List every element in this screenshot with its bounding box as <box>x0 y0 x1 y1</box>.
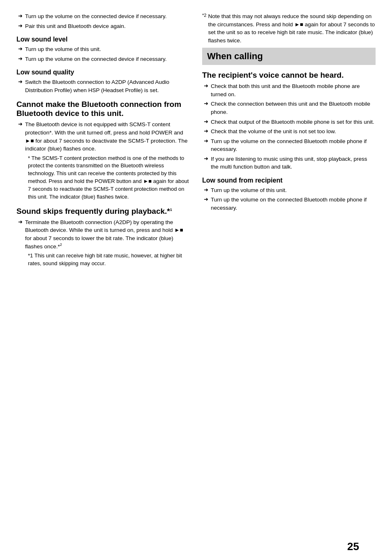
list-item: ➜ The Bluetooth device is not equipped w… <box>16 120 190 153</box>
arrow-icon: ➜ <box>204 83 208 89</box>
recipient-voice-section: The recipient's voice cannot be heard. ➜… <box>202 71 376 171</box>
list-item: ➜ Turn up the volume on the connected Bl… <box>202 137 376 153</box>
sub-note-1: *1 This unit can receive high bit rate m… <box>16 252 190 268</box>
bullet-text: Turn up the volume of this unit. <box>25 45 190 53</box>
page-wrapper: ➜ Turn up the volume on the connected de… <box>16 12 376 553</box>
low-sound-quality-section: Low sound quality ➜ Switch the Bluetooth… <box>16 69 190 94</box>
bullet-text: Check that the volume of the unit is not… <box>211 127 376 136</box>
list-item: ➜ Turn up the volume on the connected Bl… <box>202 196 376 212</box>
arrow-icon: ➜ <box>18 23 23 29</box>
bullet-text: Turn up the volume on the connected Blue… <box>211 137 376 153</box>
sound-skips-heading: Sound skips frequently during playback.*… <box>16 207 190 216</box>
intro-bullets: ➜ Turn up the volume on the connected de… <box>16 12 190 30</box>
left-column: ➜ Turn up the volume on the connected de… <box>16 12 190 269</box>
bullet-text: Turn up the volume on the connected devi… <box>25 55 190 63</box>
note2-label: *2 <box>202 13 206 18</box>
bullet-text: Turn up the volume on the connected devi… <box>25 12 190 21</box>
sub-note-star: * The SCMS-T content protection method i… <box>16 155 190 201</box>
arrow-icon: ➜ <box>204 100 208 106</box>
list-item: ➜ Turn up the volume of this unit. <box>16 45 190 53</box>
list-item: ➜ Check the connection between this unit… <box>202 100 376 116</box>
arrow-icon: ➜ <box>204 118 208 125</box>
arrow-icon: ➜ <box>18 219 23 225</box>
bullet-text: Turn up the volume on the connected Blue… <box>211 196 376 212</box>
arrow-icon: ➜ <box>18 46 23 52</box>
bullet-text: Turn up the volume of this unit. <box>211 186 376 194</box>
list-item: ➜ Turn up the volume of this unit. <box>202 186 376 194</box>
list-item: ➜ Check that the volume of the unit is n… <box>202 127 376 136</box>
bullet-text: Terminate the Bluetooth connection (A2DP… <box>25 218 190 251</box>
note1-text: This unit can receive high bit rate musi… <box>28 252 182 266</box>
low-sound-level-section: Low sound level ➜ Turn up the volume of … <box>16 36 190 63</box>
page-number: 25 <box>347 540 359 553</box>
low-sound-recipient-section: Low sound from recipient ➜ Turn up the v… <box>202 177 376 212</box>
cannot-make-section: Cannot make the Bluetooth connection fro… <box>16 100 190 201</box>
recipient-voice-heading: The recipient's voice cannot be heard. <box>202 71 376 80</box>
arrow-icon: ➜ <box>18 79 23 85</box>
arrow-icon: ➜ <box>204 155 208 162</box>
arrow-icon: ➜ <box>204 196 208 202</box>
arrow-icon: ➜ <box>18 121 23 127</box>
list-item: ➜ Terminate the Bluetooth connection (A2… <box>16 218 190 251</box>
list-item: ➜ Turn up the volume on the connected de… <box>16 55 190 63</box>
note1-label: *1 <box>28 252 33 259</box>
when-calling-title: When calling <box>207 51 263 61</box>
bullet-text: Check the connection between this unit a… <box>211 100 376 116</box>
bullet-text: Check that output of the Bluetooth mobil… <box>211 118 376 126</box>
bullet-text: Pair this unit and Bluetooth device agai… <box>25 22 190 30</box>
bullet-text: The Bluetooth device is not equipped wit… <box>25 120 190 153</box>
sound-skips-section: Sound skips frequently during playback.*… <box>16 207 190 268</box>
list-item: ➜ Check that both this unit and the Blue… <box>202 82 376 98</box>
list-item: ➜ Switch the Bluetooth connection to A2D… <box>16 78 190 94</box>
low-sound-quality-heading: Low sound quality <box>16 69 190 76</box>
arrow-icon: ➜ <box>204 187 208 193</box>
list-item: ➜ Pair this unit and Bluetooth device ag… <box>16 22 190 30</box>
arrow-icon: ➜ <box>18 56 23 62</box>
sub-note-text: The SCMS-T content protection method is … <box>28 155 189 200</box>
cannot-make-heading: Cannot make the Bluetooth connection fro… <box>16 100 190 118</box>
arrow-icon: ➜ <box>204 138 208 144</box>
list-item: ➜ If you are listening to music using th… <box>202 155 376 171</box>
note2-ref: *2 Note that this may not always reduce … <box>202 12 376 44</box>
low-sound-level-heading: Low sound level <box>16 36 190 43</box>
bullet-text: Check that both this unit and the Blueto… <box>211 82 376 98</box>
right-column: *2 Note that this may not always reduce … <box>202 12 376 269</box>
low-sound-recipient-heading: Low sound from recipient <box>202 177 376 184</box>
when-calling-banner: When calling <box>202 48 376 65</box>
list-item: ➜ Turn up the volume on the connected de… <box>16 12 190 21</box>
bullet-text: If you are listening to music using this… <box>211 155 376 171</box>
list-item: ➜ Check that output of the Bluetooth mob… <box>202 118 376 126</box>
bullet-text: Switch the Bluetooth connection to A2DP … <box>25 78 190 94</box>
page-layout: ➜ Turn up the volume on the connected de… <box>16 12 376 269</box>
arrow-icon: ➜ <box>18 13 23 19</box>
note2-text: Note that this may not always reduce the… <box>208 12 376 44</box>
arrow-icon: ➜ <box>204 128 208 134</box>
